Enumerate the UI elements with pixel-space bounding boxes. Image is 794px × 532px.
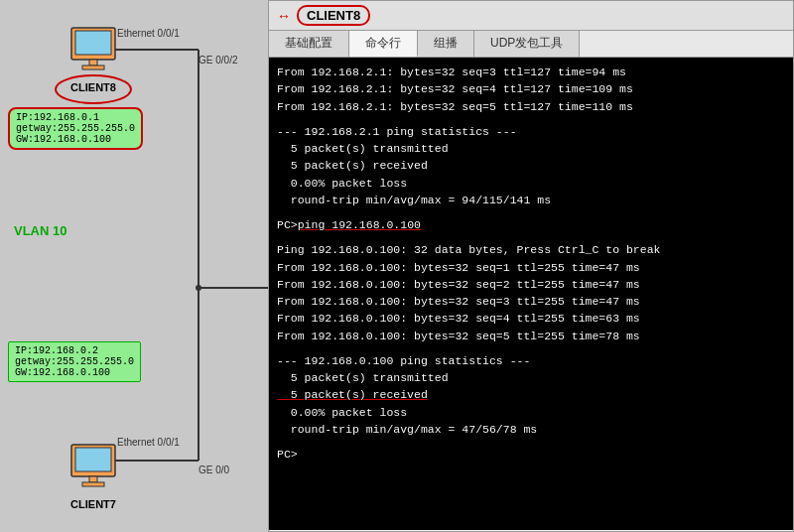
terminal-line-14: From 192.168.0.100: bytes=32 seq=2 ttl=2… (277, 276, 785, 293)
terminal-line-10: PC>ping 192.168.0.100 (277, 216, 785, 233)
terminal-line-4: --- 192.168.2.1 ping statistics --- (277, 123, 785, 140)
terminal-line-12: Ping 192.168.0.100: 32 data bytes, Press… (277, 241, 785, 258)
terminal-window: ↔ CLIENT8 基础配置 命令行 组播 UDP发包工具 From 192.1… (268, 0, 794, 532)
tab-command-line[interactable]: 命令行 (349, 31, 418, 57)
terminal-line-20: 5 packet(s) transmitted (277, 369, 785, 386)
vlan-label: VLAN 10 (14, 223, 66, 238)
terminal-line-22: 0.00% packet loss (277, 404, 785, 421)
tab-multicast[interactable]: 组播 (418, 31, 474, 57)
terminal-empty-9 (277, 208, 785, 216)
network-connections (0, 0, 268, 532)
terminal-line-6: 5 packet(s) received (277, 157, 785, 174)
terminal-line-2: From 192.168.2.1: bytes=32 seq=5 ttl=127… (277, 98, 785, 115)
tab-udp-tool[interactable]: UDP发包工具 (474, 31, 580, 57)
client8-gw: GW:192.168.0.100 (16, 134, 135, 145)
client7-ip: IP:192.168.0.2 (15, 345, 134, 356)
svg-rect-8 (89, 476, 97, 482)
client7-label: CLIENT7 (67, 498, 119, 510)
client7-info-box: IP:192.168.0.2 getway:255.255.255.0 GW:1… (8, 341, 141, 382)
svg-rect-9 (82, 482, 104, 486)
terminal-line-23: round-trip min/avg/max = 47/56/78 ms (277, 421, 785, 438)
client8-ip: IP:192.168.0.1 (16, 112, 135, 123)
terminal-line-0: From 192.168.2.1: bytes=32 seq=3 ttl=127… (277, 64, 785, 80)
svg-rect-7 (75, 448, 111, 471)
terminal-line-21: 5 packet(s) received (277, 386, 785, 403)
svg-rect-6 (71, 445, 115, 476)
svg-rect-0 (71, 28, 115, 60)
svg-rect-3 (82, 66, 104, 69)
terminal-line-16: From 192.168.0.100: bytes=32 seq=4 ttl=2… (277, 310, 785, 327)
svg-rect-2 (89, 60, 97, 66)
terminal-line-17: From 192.168.0.100: bytes=32 seq=5 ttl=2… (277, 328, 785, 344)
terminal-empty-3 (277, 115, 785, 123)
terminal-empty-18 (277, 344, 785, 352)
terminal-line-5: 5 packet(s) transmitted (277, 140, 785, 157)
svg-rect-1 (75, 31, 111, 55)
ge-client7-label: GE 0/0 (198, 465, 229, 475)
eth-client7-label: Ethernet 0/0/1 (117, 437, 180, 448)
network-diagram: CLIENT8 Ethernet 0/0/1 GE 0/0/2 IP:192.1… (0, 0, 268, 532)
tab-basic-config[interactable]: 基础配置 (269, 31, 349, 57)
refresh-icon: ↔ (277, 8, 291, 24)
tab-bar: 基础配置 命令行 组播 UDP发包工具 (269, 31, 793, 58)
ge-client8-label: GE 0/0/2 (198, 55, 237, 66)
client8-info-box: IP:192.168.0.1 getway:255.255.255.0 GW:1… (8, 107, 143, 150)
client7-gw: GW:192.168.0.100 (15, 367, 134, 378)
client7-gateway: getway:255.255.255.0 (15, 356, 134, 367)
eth-client8-label: Ethernet 0/0/1 (117, 28, 180, 39)
terminal-line-8: round-trip min/avg/max = 94/115/141 ms (277, 192, 785, 208)
terminal-empty-11 (277, 233, 785, 241)
terminal-line-1: From 192.168.2.1: bytes=32 seq=4 ttl=127… (277, 80, 785, 97)
window-title: CLIENT8 (297, 5, 370, 26)
terminal-line-13: From 192.168.0.100: bytes=32 seq=1 ttl=2… (277, 259, 785, 276)
title-bar: ↔ CLIENT8 (269, 1, 793, 31)
terminal-line-15: From 192.168.0.100: bytes=32 seq=3 ttl=2… (277, 293, 785, 310)
svg-point-12 (196, 285, 201, 291)
terminal-line-25: PC> (277, 446, 785, 463)
terminal-empty-24 (277, 438, 785, 446)
terminal-output: From 192.168.2.1: bytes=32 seq=3 ttl=127… (269, 58, 793, 530)
terminal-line-7: 0.00% packet loss (277, 175, 785, 192)
client8-label: CLIENT8 (67, 81, 119, 93)
client8-gateway: getway:255.255.255.0 (16, 123, 135, 134)
terminal-line-19: --- 192.168.0.100 ping statistics --- (277, 352, 785, 369)
